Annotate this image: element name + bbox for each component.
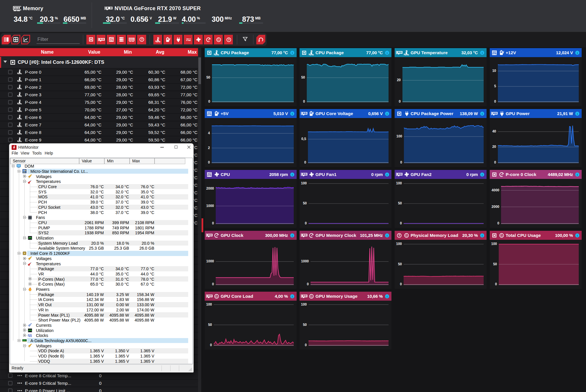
- svg-text:?: ?: [141, 38, 143, 41]
- svg-text:?: ?: [228, 38, 230, 41]
- svg-text:?: ?: [398, 233, 400, 237]
